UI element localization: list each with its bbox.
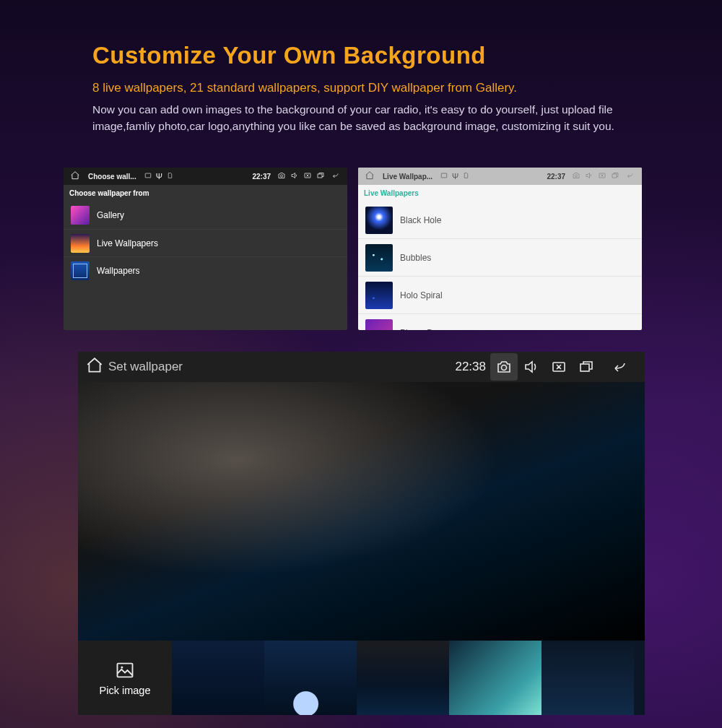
svg-rect-4 bbox=[441, 173, 447, 178]
image-icon bbox=[113, 660, 137, 680]
wallpaper-thumb-icon bbox=[365, 282, 393, 309]
clock: 22:38 bbox=[455, 360, 486, 374]
option-holo-spiral[interactable]: Holo Spiral bbox=[358, 277, 642, 314]
option-phase-beam[interactable]: Phase Beam bbox=[358, 314, 642, 330]
back-icon[interactable] bbox=[600, 353, 638, 381]
option-bubbles[interactable]: Bubbles bbox=[358, 239, 642, 277]
screenshot-icon[interactable] bbox=[490, 353, 518, 381]
close-app-icon[interactable] bbox=[596, 171, 609, 181]
page-body: Now you can add own images to the backgr… bbox=[92, 101, 621, 135]
volume-icon[interactable] bbox=[288, 171, 301, 181]
svg-point-5 bbox=[575, 175, 577, 177]
wallpapers-thumb-icon bbox=[71, 261, 90, 280]
option-label: Black Hole bbox=[400, 215, 441, 225]
svg-rect-3 bbox=[318, 174, 322, 178]
wallpaper-preview[interactable] bbox=[78, 382, 645, 641]
volume-icon[interactable] bbox=[518, 353, 545, 381]
recent-apps-icon[interactable] bbox=[609, 171, 622, 181]
section-heading: Live Wallpapers bbox=[358, 185, 642, 202]
wallpaper-thumb[interactable] bbox=[542, 641, 634, 715]
screen-title: Set wallpaper bbox=[108, 360, 183, 374]
gallery-thumb-icon bbox=[71, 206, 90, 225]
home-icon[interactable] bbox=[362, 170, 377, 182]
close-app-icon[interactable] bbox=[545, 353, 573, 381]
gallery-status-icon bbox=[438, 172, 450, 181]
recent-apps-icon[interactable] bbox=[573, 353, 600, 381]
svg-rect-10 bbox=[580, 364, 589, 371]
svg-point-8 bbox=[502, 365, 507, 370]
wallpaper-thumb[interactable] bbox=[357, 641, 449, 715]
wallpaper-strip: Pick image bbox=[78, 641, 645, 715]
option-label: Wallpapers bbox=[97, 266, 140, 276]
back-icon[interactable] bbox=[327, 171, 343, 181]
screen-live-wallpapers: Live Wallpap... Ψ 22:37 Live Wallpapers … bbox=[358, 168, 642, 330]
volume-icon[interactable] bbox=[583, 171, 596, 181]
option-live-wallpapers[interactable]: Live Wallpapers bbox=[64, 229, 347, 256]
status-bar: Set wallpaper 22:38 bbox=[78, 352, 645, 382]
screenshot-icon[interactable] bbox=[570, 171, 583, 181]
option-label: Bubbles bbox=[400, 253, 431, 263]
screen-set-wallpaper: Set wallpaper 22:38 Pick image bbox=[78, 352, 645, 715]
close-app-icon[interactable] bbox=[301, 171, 314, 181]
wallpaper-thumb[interactable] bbox=[449, 641, 542, 715]
wallpaper-thumb[interactable] bbox=[264, 641, 357, 715]
wallpaper-thumb-icon bbox=[365, 244, 393, 272]
option-wallpapers[interactable]: Wallpapers bbox=[64, 256, 347, 284]
back-icon[interactable] bbox=[622, 171, 638, 181]
svg-rect-7 bbox=[612, 174, 617, 178]
usb-icon: Ψ bbox=[452, 173, 458, 181]
screen-title: Choose wall... bbox=[88, 173, 136, 181]
screenshot-icon[interactable] bbox=[275, 171, 288, 181]
live-wallpapers-thumb-icon bbox=[71, 234, 90, 253]
wallpaper-thumb[interactable] bbox=[172, 641, 264, 715]
pick-image-label: Pick image bbox=[100, 685, 151, 696]
option-black-hole[interactable]: Black Hole bbox=[358, 202, 642, 239]
sd-card-icon bbox=[165, 172, 175, 181]
home-icon[interactable] bbox=[68, 170, 82, 182]
option-label: Holo Spiral bbox=[400, 290, 443, 300]
status-bar: Live Wallpap... Ψ 22:37 bbox=[358, 168, 642, 185]
option-label: Gallery bbox=[97, 210, 124, 220]
gallery-status-icon bbox=[142, 172, 154, 181]
sd-card-icon bbox=[461, 172, 471, 181]
usb-icon: Ψ bbox=[156, 173, 162, 181]
screen-title: Live Wallpap... bbox=[383, 173, 432, 181]
clock: 22:37 bbox=[547, 173, 565, 181]
wallpaper-thumb-icon bbox=[365, 207, 393, 234]
svg-rect-0 bbox=[145, 173, 151, 178]
home-icon[interactable] bbox=[85, 356, 104, 378]
option-gallery[interactable]: Gallery bbox=[64, 202, 347, 229]
screen-choose-wallpaper: Choose wall... Ψ 22:37 Choose wallpaper … bbox=[64, 168, 347, 330]
status-bar: Choose wall... Ψ 22:37 bbox=[64, 168, 347, 185]
section-heading: Choose wallpaper from bbox=[64, 185, 347, 202]
wallpaper-thumb-icon bbox=[365, 319, 393, 331]
page-subtitle: 8 live wallpapers, 21 standard wallpaper… bbox=[92, 81, 621, 95]
page-title: Customize Your Own Background bbox=[92, 42, 621, 69]
clock: 22:37 bbox=[252, 173, 271, 181]
wallpaper-thumb[interactable] bbox=[634, 641, 645, 715]
option-label: Phase Beam bbox=[400, 328, 450, 331]
svg-rect-11 bbox=[118, 663, 133, 677]
svg-point-12 bbox=[121, 666, 123, 668]
recent-apps-icon[interactable] bbox=[314, 171, 327, 181]
option-label: Live Wallpapers bbox=[97, 238, 158, 248]
svg-point-1 bbox=[280, 175, 282, 177]
pick-image-button[interactable]: Pick image bbox=[78, 641, 172, 715]
marketing-header: Customize Your Own Background 8 live wal… bbox=[0, 0, 621, 135]
